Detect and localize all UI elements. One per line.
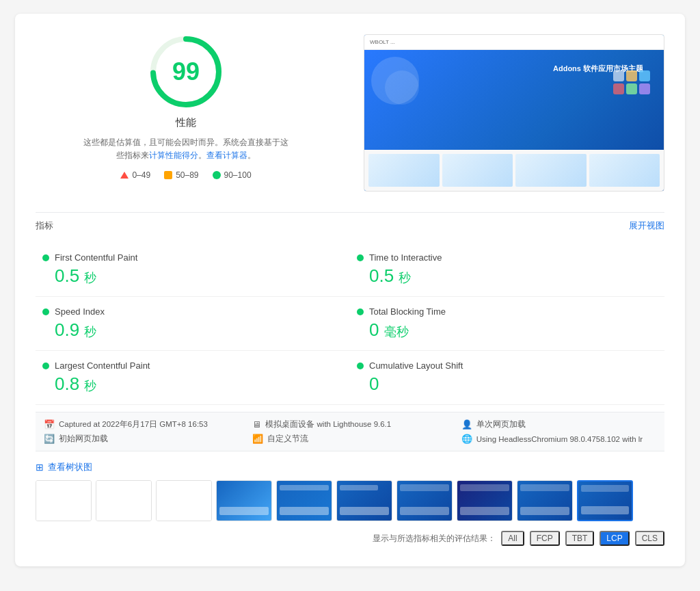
metric-tbt-name: Total Blocking Time xyxy=(369,306,446,317)
metric-tti: Time to Interactive 0.5 秒 xyxy=(350,243,664,297)
screenshot-section: WBOLT ... Addons 软件应用市场主题 xyxy=(364,34,664,192)
metric-tti-name: Time to Interactive xyxy=(369,252,442,263)
fail-icon xyxy=(120,172,129,179)
metric-fcp-name: First Contentful Paint xyxy=(55,252,137,263)
metric-si-name: Speed Index xyxy=(55,306,105,317)
filmstrip-frame-2[interactable] xyxy=(156,480,212,521)
screenshot-preview: WBOLT ... Addons 软件应用市场主题 xyxy=(364,34,664,192)
globe-icon: 🌐 xyxy=(461,434,472,444)
filmstrip-frame-7[interactable] xyxy=(457,480,513,521)
metric-cls-value: 0 xyxy=(357,373,658,395)
metric-cls-name: Cumulative Layout Shift xyxy=(369,360,463,371)
bottom-bar: 显示与所选指标相关的评估结果： All FCP TBT LCP CLS xyxy=(36,531,664,546)
metric-fcp-dot xyxy=(42,254,49,261)
metric-lcp-value: 0.8 秒 xyxy=(42,373,343,395)
screenshot-hero: Addons 软件应用市场主题 xyxy=(364,50,664,150)
metrics-grid: First Contentful Paint 0.5 秒 Time to Int… xyxy=(36,243,664,405)
metric-tti-name-row: Time to Interactive xyxy=(357,252,658,263)
score-circle: 99 xyxy=(148,34,224,109)
screenshot-grid xyxy=(364,150,664,191)
metric-lcp-dot xyxy=(42,363,49,369)
metric-fcp-value: 0.5 秒 xyxy=(42,265,343,287)
expand-view-button[interactable]: 展开视图 xyxy=(629,220,664,232)
metrics-title: 指标 xyxy=(36,220,53,232)
filmstrip-frame-5[interactable] xyxy=(336,480,392,521)
metric-si-name-row: Speed Index xyxy=(42,306,343,317)
metric-cls-name-row: Cumulative Layout Shift xyxy=(357,360,658,371)
calc-score-link[interactable]: 计算性能得分 xyxy=(149,150,198,160)
tree-icon: ⊞ xyxy=(36,462,44,473)
refresh-icon: 🔄 xyxy=(44,434,55,444)
average-icon xyxy=(164,171,172,179)
metric-tti-value: 0.5 秒 xyxy=(357,265,658,287)
info-browser: 🌐 Using HeadlessChromium 98.0.4758.102 w… xyxy=(461,434,656,444)
info-throttle: 📶 自定义节流 xyxy=(252,434,447,444)
metric-tbt-value: 0 毫秒 xyxy=(357,319,658,341)
metric-lcp-name-row: Largest Contentful Paint xyxy=(42,360,343,371)
metric-cls-dot xyxy=(357,363,364,369)
wifi-icon: 📶 xyxy=(252,434,263,444)
filmstrip-frame-1[interactable] xyxy=(96,480,152,521)
filter-fcp[interactable]: FCP xyxy=(530,531,560,546)
filter-cls[interactable]: CLS xyxy=(635,531,664,546)
info-throttle-text: 自定义节流 xyxy=(267,434,308,444)
thumb-3 xyxy=(515,154,587,187)
info-captured-text: Captured at 2022年6月17日 GMT+8 16:53 xyxy=(59,419,208,430)
metric-tbt-name-row: Total Blocking Time xyxy=(357,306,658,317)
tree-view-row: ⊞ 查看树状图 xyxy=(36,461,664,473)
info-load-type: 👤 单次网页加载 xyxy=(461,419,656,430)
thumb-4 xyxy=(589,154,660,187)
info-load-type-text: 单次网页加载 xyxy=(476,419,526,430)
top-section: 99 性能 这些都是估算值，且可能会因时而异。系统会直接基于这些指标来计算性能得… xyxy=(36,34,664,192)
info-device-text: 模拟桌面设备 with Lighthouse 9.6.1 xyxy=(265,419,391,430)
info-initial-load-text: 初始网页加载 xyxy=(59,434,108,444)
metrics-header: 指标 展开视图 xyxy=(36,220,664,232)
filmstrip-frame-3[interactable] xyxy=(216,480,272,521)
bottom-bar-label: 显示与所选指标相关的评估结果： xyxy=(373,533,496,544)
legend-average: 50–89 xyxy=(164,170,198,180)
filmstrip-frame-4[interactable] xyxy=(276,480,332,521)
info-browser-text: Using HeadlessChromium 98.0.4758.102 wit… xyxy=(476,435,643,443)
good-icon xyxy=(213,171,221,179)
filmstrip-frame-9[interactable] xyxy=(577,480,633,521)
filmstrip-frame-0[interactable] xyxy=(36,480,92,521)
score-section: 99 性能 这些都是估算值，且可能会因时而异。系统会直接基于这些指标来计算性能得… xyxy=(36,34,336,192)
filmstrip-frame-8[interactable] xyxy=(517,480,573,521)
legend-good: 90–100 xyxy=(213,170,252,180)
legend-fail: 0–49 xyxy=(120,170,150,180)
calc-link[interactable]: 查看计算器 xyxy=(206,150,247,160)
filmstrip-frame-6[interactable] xyxy=(396,480,453,521)
user-icon: 👤 xyxy=(461,419,472,430)
tree-view-link[interactable]: ⊞ 查看树状图 xyxy=(36,461,92,473)
metric-lcp-name: Largest Contentful Paint xyxy=(55,360,150,371)
metric-tbt-dot xyxy=(357,308,364,315)
metric-lcp: Largest Contentful Paint 0.8 秒 xyxy=(36,351,350,405)
metric-si: Speed Index 0.9 秒 xyxy=(36,297,350,351)
calendar-icon: 📅 xyxy=(44,419,55,430)
monitor-icon: 🖥 xyxy=(252,419,261,430)
metric-si-dot xyxy=(42,308,49,315)
score-value: 99 xyxy=(172,57,200,86)
info-captured: 📅 Captured at 2022年6月17日 GMT+8 16:53 xyxy=(44,419,239,430)
filter-lcp[interactable]: LCP xyxy=(600,531,629,546)
screenshot-browser-bar: WBOLT ... xyxy=(364,35,664,50)
info-device: 🖥 模拟桌面设备 with Lighthouse 9.6.1 xyxy=(252,419,447,430)
metric-fcp-name-row: First Contentful Paint xyxy=(42,252,343,263)
filmstrip[interactable] xyxy=(36,480,664,525)
metric-si-value: 0.9 秒 xyxy=(42,319,343,341)
section-divider xyxy=(36,212,664,213)
info-initial-load: 🔄 初始网页加载 xyxy=(44,434,239,444)
thumb-1 xyxy=(368,154,440,187)
score-label: 性能 xyxy=(176,116,196,129)
metric-fcp: First Contentful Paint 0.5 秒 xyxy=(36,243,350,297)
filter-all[interactable]: All xyxy=(501,531,524,546)
info-bar: 📅 Captured at 2022年6月17日 GMT+8 16:53 🖥 模… xyxy=(36,412,664,451)
tree-view-label: 查看树状图 xyxy=(48,461,92,473)
screenshot-body: Addons 软件应用市场主题 xyxy=(364,50,664,191)
filter-tbt[interactable]: TBT xyxy=(565,531,595,546)
score-description: 这些都是估算值，且可能会因时而异。系统会直接基于这些指标来计算性能得分。查看计算… xyxy=(83,136,288,162)
metric-tti-dot xyxy=(357,254,364,261)
metric-tbt: Total Blocking Time 0 毫秒 xyxy=(350,297,664,351)
legend: 0–49 50–89 90–100 xyxy=(120,170,251,180)
metric-cls: Cumulative Layout Shift 0 xyxy=(350,351,664,405)
